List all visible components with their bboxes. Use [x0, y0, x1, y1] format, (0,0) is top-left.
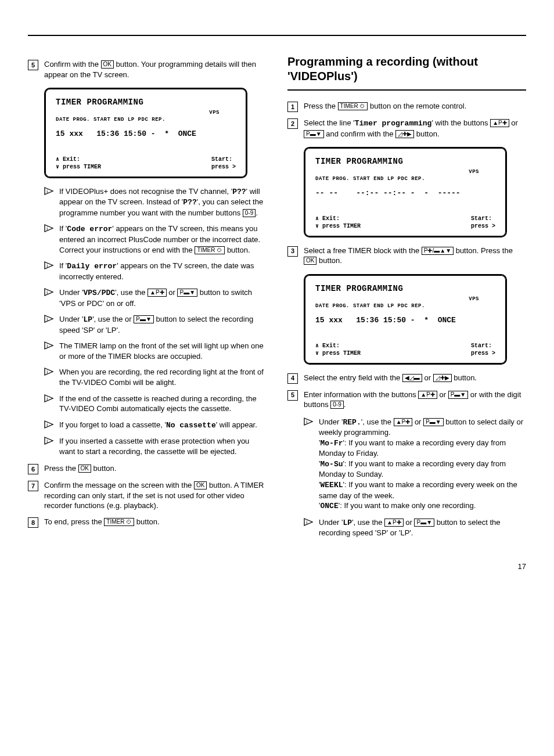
left-arrow-button-label: ◀◿▬: [402, 374, 422, 382]
tv-screen: TIMER PROGRAMMING VPS DATE PROG. START E…: [304, 147, 507, 237]
note-text: The TIMER lamp on the front of the set w…: [59, 341, 267, 361]
text: If you forget to load a cassette, ': [59, 420, 166, 429]
info-arrow-icon: i: [44, 420, 55, 431]
tv-footer-left: ∧ Exit: ∨ press TIMER: [56, 156, 101, 171]
text: Under ': [319, 417, 343, 426]
text: button.: [452, 373, 477, 382]
note-text: If 'Code error' appears on the TV screen…: [59, 224, 267, 255]
code-text: LP: [84, 315, 93, 324]
note-item: i Under 'REP.', use the ▲P✚ or P▬▼ butto…: [304, 417, 526, 512]
step-number: 3: [287, 246, 298, 257]
text: Select a free TIMER block with the: [304, 246, 422, 255]
tv-title: TIMER PROGRAMMING: [315, 283, 495, 294]
code-text: LP: [343, 519, 352, 527]
p-minus-button-label: P▬▼: [448, 391, 469, 399]
text: ': If you want to make a recording every…: [319, 438, 506, 458]
timer-button-label: TIMER ⏲: [338, 102, 368, 110]
info-arrow-icon: i: [44, 341, 55, 361]
step-text: To end, press the TIMER ⏲ button.: [44, 517, 267, 528]
p-plus-button-label: ▲P✚: [148, 289, 167, 297]
note-item: i Under 'LP', use the ▲P✚ or P▬▼ button …: [304, 517, 526, 538]
p-plus-button-label: ▲P✚: [384, 519, 404, 527]
step-text: Select the line 'Timer programming' with…: [304, 118, 526, 139]
step-text: Confirm the message on the screen with t…: [44, 480, 267, 511]
section-heading-block: Programming a recording (without 'VIDEOP…: [287, 55, 526, 91]
p-minus-button-label: P▬▼: [414, 519, 434, 527]
note-item: i If 'Daily error' appears on the TV scr…: [44, 261, 267, 282]
two-column-layout: 5 Confirm with the OK button. Your progr…: [28, 55, 526, 545]
step-number: 5: [287, 390, 298, 401]
note-text: If VIDEOPlus+ does not recognise the TV …: [59, 186, 267, 218]
step-5r: 5 Enter information with the buttons ▲P✚…: [287, 390, 526, 410]
info-arrow-icon: i: [44, 187, 55, 218]
note-item: i If the end of the cassette is reached …: [44, 394, 267, 414]
digits-button-label: 0-9: [330, 401, 343, 409]
info-arrow-icon: i: [44, 224, 55, 255]
step-number: 1: [287, 102, 298, 112]
code-text: P??: [183, 198, 196, 207]
step-5: 5 Confirm with the OK button. Your progr…: [28, 59, 267, 80]
step-number: 6: [28, 464, 38, 474]
info-arrow-icon: i: [44, 437, 55, 456]
step-2: 2 Select the line 'Timer programming' wi…: [287, 118, 526, 139]
text: ', use the: [361, 417, 394, 426]
info-arrow-icon: i: [304, 518, 314, 538]
right-column: Programming a recording (without 'VIDEOP…: [287, 55, 526, 545]
vps-label: VPS: [315, 296, 495, 303]
info-arrow-icon: i: [44, 394, 55, 414]
tv-footer: ∧ Exit: ∨ press TIMER Start: press >: [315, 342, 495, 358]
text: Under ': [319, 518, 343, 527]
info-arrow-icon: i: [44, 368, 55, 387]
step-1: 1 Press the TIMER ⏲ button on the remote…: [287, 101, 526, 112]
note-item: i Under 'VPS/PDC', use the ▲P✚ or P▬▼ bu…: [44, 287, 267, 308]
text: ' with the buttons: [431, 118, 490, 127]
text: button.: [134, 517, 159, 526]
ok-button-label: OK: [194, 481, 207, 489]
text: or: [167, 288, 178, 297]
info-arrow-icon: i: [44, 261, 55, 282]
tv-title: TIMER PROGRAMMING: [56, 97, 236, 108]
vps-label: VPS: [315, 168, 495, 175]
tv-screen: TIMER PROGRAMMING VPS DATE PROG. START E…: [304, 274, 507, 365]
top-rule: [28, 35, 526, 36]
step-text: Press the OK button.: [44, 463, 267, 474]
note-item: i Under 'LP', use the or P▬▼ button to s…: [44, 314, 267, 335]
text: Select the entry field with the: [304, 373, 402, 382]
text: ', use the or: [92, 315, 134, 323]
text: Under ': [59, 288, 84, 297]
section-title: Programming a recording (without 'VIDEOP…: [287, 55, 526, 84]
notes-block: i Under 'REP.', use the ▲P✚ or P▬▼ butto…: [304, 417, 526, 538]
vps-label: VPS: [56, 109, 236, 116]
tv-data-row: 15 xxx 15:36 15:50 - * ONCE: [315, 315, 495, 326]
text: or: [412, 417, 423, 426]
tv-footer-left: ∧ Exit: ∨ press TIMER: [315, 215, 361, 231]
step-text: Confirm with the OK button. Your program…: [44, 59, 267, 80]
note-text: Under 'REP.', use the ▲P✚ or P▬▼ button …: [319, 417, 526, 512]
p-minus-button-label: P▬▼: [177, 289, 197, 297]
text: If ': [59, 224, 67, 233]
step-6: 6 Press the OK button.: [28, 463, 267, 474]
note-text: Under 'LP', use the or P▬▼ button to sel…: [59, 314, 267, 335]
note-item: i If you inserted a cassette with erase …: [44, 436, 267, 456]
text: ': If you want to make a recording every…: [319, 459, 506, 479]
notes-block: i If VIDEOPlus+ does not recognise the T…: [44, 186, 267, 456]
tv-footer-right: Start: press >: [211, 156, 236, 171]
text: If VIDEOPlus+ does not recognise the TV …: [59, 187, 232, 196]
code-text: Code error: [67, 225, 112, 233]
step-number: 8: [28, 517, 38, 528]
code-text: WEEKL: [320, 481, 343, 489]
timer-button-label: TIMER ⏲: [104, 518, 134, 526]
text: button on the remote control.: [368, 102, 466, 110]
code-text: Timer programming: [355, 119, 432, 128]
step-number: 2: [287, 118, 298, 129]
step-number: 7: [28, 481, 38, 491]
code-text: No cassette: [166, 421, 216, 430]
text: Press the: [304, 102, 338, 110]
text: Under ': [59, 315, 84, 323]
text: button.: [225, 246, 250, 254]
tv-footer-left: ∧ Exit: ∨ press TIMER: [315, 342, 361, 358]
code-text: Mo-Su: [320, 460, 343, 469]
left-column: 5 Confirm with the OK button. Your progr…: [28, 55, 267, 545]
code-text: VPS/PDC: [84, 289, 116, 297]
step-text: Enter information with the buttons ▲P✚ o…: [304, 390, 526, 410]
